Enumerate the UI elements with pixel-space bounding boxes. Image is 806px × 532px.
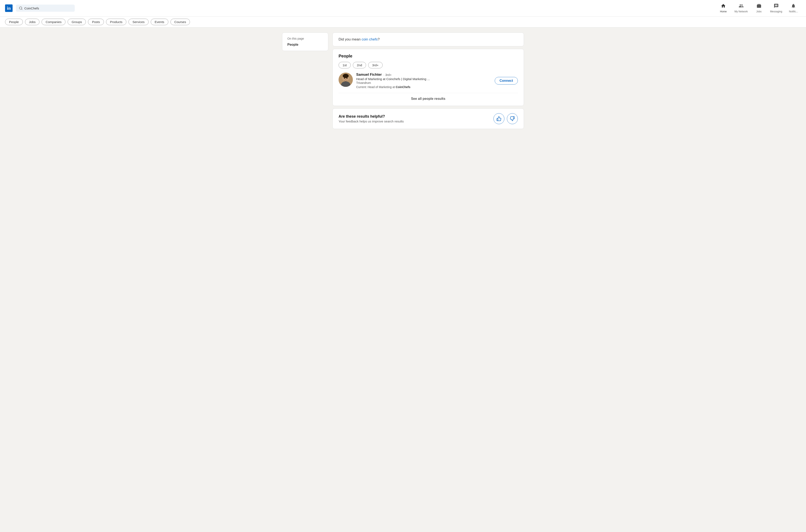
degree-3rd[interactable]: 3rd+ [368,62,382,68]
filter-services[interactable]: Services [128,19,149,25]
current-prefix: Current: Head of Marketing at [356,86,396,89]
nav-item-jobs[interactable]: Jobs [752,2,766,15]
filter-courses[interactable]: Courses [170,19,190,25]
svg-point-4 [343,74,349,78]
main-layout: On this page People Did you mean coin ch… [277,33,529,129]
suggestion-link[interactable]: coin chefs [362,37,378,41]
nav-home-label: Home [720,10,727,13]
sidebar: On this page People [282,33,328,51]
degree-2nd[interactable]: 2nd [353,62,366,68]
svg-point-8 [347,78,348,79]
search-input[interactable] [24,6,72,10]
person-degree: · 3rd+ [384,73,392,77]
person-name-line: Samuel Fichter · 3rd+ [356,73,491,77]
nav-item-home[interactable]: Home [716,2,731,15]
person-current: Current: Head of Marketing at CoinChefs [356,86,491,89]
current-company: CoinChefs [396,86,410,89]
header-nav: Home My Network Jobs Messaging Notific..… [716,2,801,15]
filter-companies[interactable]: Companies [41,19,66,25]
header: in Home My Network Jobs [0,0,806,17]
svg-point-6 [348,78,349,79]
feedback-card: Are these results helpful? Your feedback… [332,109,524,129]
linkedin-logo[interactable]: in [5,4,13,12]
messaging-icon [774,3,779,10]
thumbs-up-button[interactable] [493,113,505,124]
person-name[interactable]: Samuel Fichter [356,73,382,77]
nav-messaging-label: Messaging [770,10,782,13]
connect-button[interactable]: Connect [495,77,518,84]
did-you-mean-suffix: ? [378,37,380,41]
notifications-icon [791,3,796,10]
main-content: Did you mean coin chefs? People 1st 2nd … [332,33,524,129]
did-you-mean-prefix: Did you mean [338,37,362,41]
nav-item-my-network[interactable]: My Network [732,2,751,15]
person-location: Trivandrum [356,81,491,84]
thumbs-down-button[interactable] [507,113,518,124]
see-all-row: See all people results [338,93,518,101]
person-info: Samuel Fichter · 3rd+ Head of Marketing … [356,73,491,89]
people-section-title: People [338,54,518,58]
feedback-text-block: Are these results helpful? Your feedback… [338,114,404,123]
feedback-buttons [493,113,518,124]
logo-letter: in [7,5,11,11]
nav-item-notifications[interactable]: Notific... [786,2,801,15]
filter-jobs[interactable]: Jobs [25,19,40,25]
svg-line-1 [21,9,22,10]
svg-point-9 [345,79,346,80]
svg-point-7 [344,78,345,79]
sidebar-title: On this page [287,37,323,40]
home-icon [721,3,726,10]
filter-bar: People Jobs Companies Groups Posts Produ… [0,17,806,27]
search-icon [19,6,23,10]
person-avatar[interactable] [338,73,353,87]
person-result: Samuel Fichter · 3rd+ Head of Marketing … [338,73,518,93]
filter-people[interactable]: People [5,19,23,25]
filter-groups[interactable]: Groups [68,19,86,25]
jobs-icon [756,3,762,10]
did-you-mean-text: Did you mean coin chefs? [338,37,518,41]
nav-network-label: My Network [734,10,748,13]
nav-item-messaging[interactable]: Messaging [767,2,785,15]
search-bar[interactable] [16,5,75,12]
nav-notifications-label: Notific... [789,10,798,13]
degree-1st[interactable]: 1st [338,62,351,68]
filter-posts[interactable]: Posts [88,19,104,25]
my-network-icon [739,3,744,10]
see-all-people-link[interactable]: See all people results [411,97,445,100]
nav-jobs-label: Jobs [756,10,762,13]
person-title: Head of Marketing at Coinchefs | Digital… [356,77,491,81]
feedback-subtitle: Your feedback helps us improve search re… [338,119,404,123]
sidebar-link-people[interactable]: People [287,43,323,46]
did-you-mean-card: Did you mean coin chefs? [332,33,524,46]
people-card: People 1st 2nd 3rd+ [332,49,524,106]
filter-events[interactable]: Events [151,19,168,25]
filter-products[interactable]: Products [106,19,126,25]
degree-filters: 1st 2nd 3rd+ [338,62,518,68]
feedback-title: Are these results helpful? [338,114,404,119]
svg-point-5 [342,78,343,79]
